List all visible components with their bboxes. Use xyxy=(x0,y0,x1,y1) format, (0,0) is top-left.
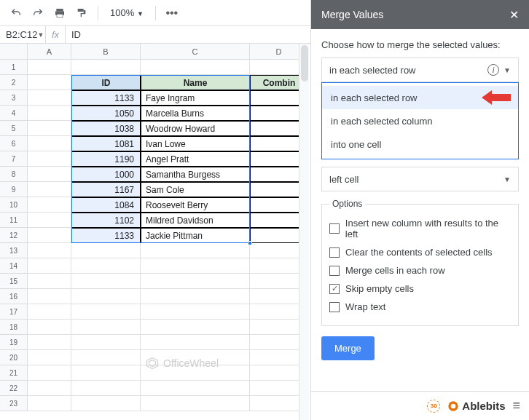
checkbox-icon xyxy=(329,266,340,276)
placement-select[interactable]: left cell ▼ xyxy=(321,167,519,191)
table-cell[interactable]: 1081 xyxy=(71,136,141,151)
separator xyxy=(98,6,98,20)
row-header[interactable]: 2 xyxy=(0,75,28,90)
more-icon[interactable]: ••• xyxy=(163,4,181,22)
table-cell[interactable]: Woodrow Howard xyxy=(141,121,250,136)
info-icon[interactable]: i xyxy=(487,64,499,76)
col-header-C[interactable]: C xyxy=(141,44,250,59)
svg-marker-6 xyxy=(482,90,511,105)
options-legend: Options xyxy=(329,199,365,209)
checkbox-icon xyxy=(329,302,340,312)
checkbox-checked-icon: ✓ xyxy=(329,284,340,294)
chevron-down-icon: ▼ xyxy=(503,66,511,74)
menu-icon[interactable]: ≡ xyxy=(512,398,520,413)
table-cell[interactable]: Ivan Lowe xyxy=(141,136,250,151)
row-header[interactable]: 1 xyxy=(0,60,28,75)
svg-marker-4 xyxy=(147,358,158,369)
row-header[interactable]: 21 xyxy=(0,365,28,381)
row-header[interactable]: 3 xyxy=(0,90,28,106)
table-cell[interactable]: 1133 xyxy=(71,228,141,243)
checkbox-insert-column[interactable]: Insert new column with results to the le… xyxy=(329,218,511,239)
merge-values-panel: Merge Values ✕ Choose how to merge the s… xyxy=(310,0,529,420)
table-cell[interactable]: Faye Ingram xyxy=(141,90,250,106)
column-headers: A B C D xyxy=(0,44,309,60)
table-cell[interactable]: 1000 xyxy=(71,167,141,182)
dropdown-option-cell[interactable]: into one cell xyxy=(322,132,518,156)
checkbox-skip-empty[interactable]: ✓Skip empty cells xyxy=(329,283,511,294)
row-header[interactable]: 18 xyxy=(0,320,28,335)
row-header[interactable]: 6 xyxy=(0,136,28,151)
row-header[interactable]: 5 xyxy=(0,121,28,136)
table-cell[interactable]: 1084 xyxy=(71,197,141,213)
paint-format-icon[interactable] xyxy=(73,4,90,22)
dropdown-option-column[interactable]: in each selected column xyxy=(322,109,518,132)
row-header[interactable]: 15 xyxy=(0,274,28,289)
checkbox-clear-contents[interactable]: Clear the contents of selected cells xyxy=(329,247,511,258)
print-icon[interactable] xyxy=(51,4,68,22)
row-header[interactable]: 12 xyxy=(0,228,28,243)
row-header[interactable]: 20 xyxy=(0,350,28,365)
table-cell[interactable]: Mildred Davidson xyxy=(141,213,250,228)
row-header[interactable]: 22 xyxy=(0,381,28,396)
close-icon[interactable]: ✕ xyxy=(509,8,519,22)
fx-icon: fx xyxy=(45,26,66,43)
col-header-B[interactable]: B xyxy=(71,44,141,59)
row-header[interactable]: 19 xyxy=(0,335,28,350)
dropdown-option-row[interactable]: in each selected row xyxy=(322,86,518,109)
row-header[interactable]: 14 xyxy=(0,258,28,274)
row-header[interactable]: 17 xyxy=(0,304,28,320)
separator xyxy=(155,6,156,20)
checkbox-wrap-text[interactable]: Wrap text xyxy=(329,301,511,312)
svg-point-8 xyxy=(451,403,456,408)
checkbox-icon xyxy=(329,223,340,234)
cell-reference-box[interactable]: B2:C12▼ xyxy=(0,29,45,40)
row-header[interactable]: 13 xyxy=(0,243,28,258)
undo-icon[interactable] xyxy=(7,4,25,22)
col-header-A[interactable]: A xyxy=(28,44,71,59)
table-cell[interactable]: Roosevelt Berry xyxy=(141,197,250,213)
row-header[interactable]: 23 xyxy=(0,396,28,411)
pointer-arrow-icon xyxy=(482,90,511,105)
table-cell[interactable]: Jackie Pittman xyxy=(141,228,250,243)
table-cell[interactable]: Angel Pratt xyxy=(141,151,250,167)
options-fieldset: Options Insert new column with results t… xyxy=(321,199,519,326)
row-header[interactable]: 8 xyxy=(0,167,28,182)
chevron-down-icon: ▼ xyxy=(503,175,511,183)
trial-badge[interactable]: 30 xyxy=(427,400,440,413)
table-cell[interactable]: 1050 xyxy=(71,106,141,121)
svg-marker-5 xyxy=(149,360,156,367)
table-cell[interactable]: 1190 xyxy=(71,151,141,167)
row-header[interactable]: 10 xyxy=(0,197,28,213)
table-header-name[interactable]: Name xyxy=(141,75,250,90)
row-header[interactable]: 7 xyxy=(0,151,28,167)
table-cell[interactable]: 1102 xyxy=(71,213,141,228)
ablebits-logo[interactable]: Ablebits xyxy=(447,400,505,412)
table-cell[interactable]: Sam Cole xyxy=(141,182,250,197)
table-cell[interactable]: Samantha Burgess xyxy=(141,167,250,182)
table-header-id[interactable]: ID xyxy=(71,75,141,90)
panel-header: Merge Values ✕ xyxy=(311,0,529,29)
table-cell[interactable]: 1133 xyxy=(71,90,141,106)
panel-title: Merge Values xyxy=(321,9,383,20)
redo-icon[interactable] xyxy=(29,4,47,22)
row-header[interactable]: 11 xyxy=(0,213,28,228)
table-cell[interactable]: 1167 xyxy=(71,182,141,197)
svg-rect-0 xyxy=(56,9,63,11)
table-cell[interactable]: Marcella Burns xyxy=(141,106,250,121)
checkbox-merge-cells[interactable]: Merge cells in each row xyxy=(329,265,511,276)
merge-direction-select[interactable]: in each selected row i ▼ xyxy=(321,58,519,82)
row-header[interactable]: 16 xyxy=(0,289,28,304)
zoom-dropdown[interactable]: 100% ▼ xyxy=(106,7,148,18)
row-header[interactable]: 4 xyxy=(0,106,28,121)
row-header[interactable]: 9 xyxy=(0,182,28,197)
scroll-thumb[interactable] xyxy=(301,45,308,82)
watermark: OfficeWheel xyxy=(146,357,219,370)
table-cell[interactable]: 1038 xyxy=(71,121,141,136)
merge-prompt-label: Choose how to merge the selected values: xyxy=(321,39,519,50)
vertical-scrollbar[interactable] xyxy=(299,44,309,420)
checkbox-icon xyxy=(329,247,340,258)
merge-button[interactable]: Merge xyxy=(321,336,375,360)
select-all-corner[interactable] xyxy=(0,44,28,59)
panel-footer: 30 Ablebits ≡ xyxy=(311,391,529,420)
svg-rect-2 xyxy=(57,14,63,17)
